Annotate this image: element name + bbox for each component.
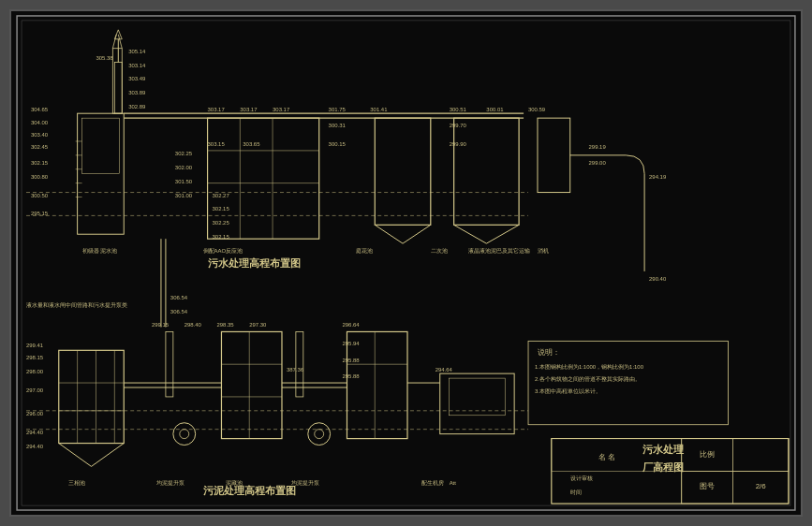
svg-text:294.40: 294.40	[26, 444, 44, 449]
svg-rect-118	[440, 373, 514, 434]
svg-text:303.49: 303.49	[128, 76, 146, 81]
svg-text:302.89: 302.89	[128, 104, 146, 110]
svg-text:比例: 比例	[700, 450, 715, 459]
svg-text:300.80: 300.80	[31, 174, 49, 180]
svg-text:294.64: 294.64	[436, 367, 453, 373]
cad-drawing: 名 名 污水处理 厂高程图 比例 图号 2/6 设计审核 时间 说明： 1.本图…	[11, 11, 801, 515]
svg-text:泥藏池: 泥藏池	[226, 480, 243, 486]
svg-text:297.00: 297.00	[26, 387, 44, 393]
svg-line-67	[486, 225, 519, 243]
svg-text:污水处理: 污水处理	[642, 444, 685, 455]
svg-point-107	[173, 423, 196, 446]
svg-text:300.01: 300.01	[486, 107, 504, 112]
svg-line-43	[118, 35, 122, 49]
svg-text:295.15: 295.15	[31, 211, 49, 216]
svg-point-110	[315, 430, 324, 439]
svg-text:二次池: 二次池	[431, 248, 448, 254]
svg-text:304.00: 304.00	[31, 120, 49, 125]
svg-text:301.00: 301.00	[175, 193, 193, 198]
svg-rect-75	[538, 118, 570, 192]
svg-text:299.41: 299.41	[26, 343, 44, 348]
svg-text:299.19: 299.19	[589, 144, 607, 150]
svg-text:299.90: 299.90	[450, 141, 467, 147]
svg-text:301.41: 301.41	[370, 107, 388, 112]
svg-text:299.15: 299.15	[152, 322, 170, 328]
svg-text:303.40: 303.40	[31, 132, 49, 138]
svg-line-64	[403, 225, 431, 243]
svg-text:301.75: 301.75	[329, 107, 347, 112]
svg-text:厂高程图: 厂高程图	[642, 461, 684, 473]
svg-text:298.15: 298.15	[26, 355, 44, 360]
svg-text:300.59: 300.59	[528, 107, 546, 112]
svg-text:初级器 泥水池: 初级器 泥水池	[82, 247, 118, 254]
svg-rect-62	[375, 118, 431, 225]
svg-line-42	[112, 35, 116, 49]
svg-text:污泥处理高程布置图: 污泥处理高程布置图	[203, 485, 296, 496]
svg-line-63	[375, 225, 403, 243]
svg-line-94	[91, 444, 124, 467]
svg-text:300.31: 300.31	[329, 123, 347, 128]
svg-text:298.35: 298.35	[217, 322, 235, 328]
svg-text:302.15: 302.15	[31, 160, 49, 166]
svg-text:300.50: 300.50	[31, 193, 49, 198]
svg-text:302.15: 302.15	[213, 206, 230, 212]
svg-text:297.30: 297.30	[249, 322, 267, 328]
svg-text:均泥提升泵: 均泥提升泵	[155, 480, 185, 486]
svg-text:299.00: 299.00	[589, 160, 607, 166]
svg-rect-8	[732, 439, 789, 472]
svg-rect-41	[112, 49, 122, 113]
svg-rect-111	[221, 331, 282, 438]
svg-text:倒配AAO反应池: 倒配AAO反应池	[203, 247, 244, 254]
svg-text:295.88: 295.88	[343, 358, 361, 363]
svg-point-109	[308, 423, 331, 446]
svg-text:296.00: 296.00	[26, 411, 44, 416]
svg-text:3.本图中高程单位以米计。: 3.本图中高程单位以米计。	[535, 387, 601, 394]
svg-rect-119	[450, 378, 506, 416]
svg-text:387.36: 387.36	[287, 367, 304, 373]
svg-text:消机: 消机	[538, 248, 549, 254]
svg-text:2/6: 2/6	[756, 482, 767, 490]
svg-text:302.25: 302.25	[175, 151, 193, 156]
svg-text:302.15: 302.15	[213, 234, 230, 240]
svg-text:295.88: 295.88	[343, 373, 361, 379]
svg-text:300.51: 300.51	[450, 107, 467, 112]
svg-text:305.14: 305.14	[128, 49, 146, 54]
drawing-container: 名 名 污水处理 厂高程图 比例 图号 2/6 设计审核 时间 说明： 1.本图…	[9, 9, 803, 517]
svg-text:298.40: 298.40	[185, 322, 202, 328]
svg-text:302.27: 302.27	[213, 193, 229, 198]
svg-line-66	[454, 225, 487, 243]
svg-rect-115	[347, 331, 407, 438]
svg-text:295.94: 295.94	[343, 341, 361, 346]
svg-text:301.50: 301.50	[175, 179, 193, 184]
svg-text:图号: 图号	[700, 482, 715, 490]
svg-text:303.65: 303.65	[243, 141, 260, 147]
svg-text:300.15: 300.15	[329, 141, 347, 147]
svg-text:1.本图钢构比例为1:1000，钢构比例为1:100: 1.本图钢构比例为1:1000，钢构比例为1:100	[535, 364, 644, 370]
svg-text:名 名: 名 名	[598, 453, 615, 461]
svg-point-108	[180, 430, 189, 439]
svg-text:303.17: 303.17	[208, 107, 225, 112]
svg-text:294.40: 294.40	[26, 430, 44, 435]
svg-text:306.54: 306.54	[170, 295, 188, 300]
svg-text:305.38: 305.38	[96, 55, 113, 61]
svg-rect-28	[114, 63, 122, 114]
svg-text:污水处理高程布置图: 污水处理高程布置图	[208, 257, 301, 269]
svg-text:液晶液池泥巴及其它运输: 液晶液池泥巴及其它运输	[468, 247, 530, 254]
svg-text:液水量和液水闸中间管路和污水提升泵类: 液水量和液水闸中间管路和污水提升泵类	[26, 301, 127, 308]
svg-line-93	[59, 444, 92, 467]
svg-text:303.15: 303.15	[208, 141, 226, 147]
svg-text:庭花池: 庭花池	[356, 247, 373, 254]
svg-text:说明：: 说明：	[538, 348, 560, 357]
svg-rect-27	[82, 118, 120, 174]
svg-text:配生机房: 配生机房	[421, 479, 444, 486]
svg-text:306.54: 306.54	[170, 309, 188, 314]
svg-rect-135	[296, 331, 303, 396]
svg-rect-65	[454, 118, 519, 225]
svg-text:294.19: 294.19	[649, 174, 667, 180]
svg-text:296.64: 296.64	[343, 322, 361, 328]
svg-text:299.70: 299.70	[450, 123, 467, 128]
svg-text:设计审核: 设计审核	[570, 475, 593, 481]
svg-text:Att: Att	[450, 480, 457, 486]
svg-text:时间: 时间	[570, 489, 582, 495]
svg-text:均泥提升泵: 均泥提升泵	[290, 480, 319, 486]
